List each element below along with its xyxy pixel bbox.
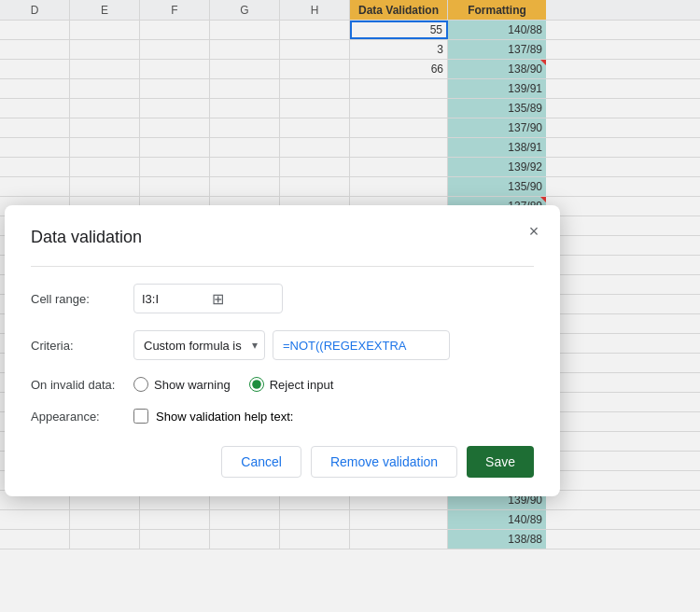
criteria-dropdown-wrapper: Custom formula is	[133, 330, 265, 360]
reject-input-radio[interactable]	[249, 377, 264, 392]
dialog-title: Data validation	[31, 228, 534, 247]
cell-range-input[interactable]: I3:I ⊞	[133, 284, 283, 313]
reject-input-option[interactable]: Reject input	[249, 377, 334, 392]
invalid-data-label: On invalid data:	[31, 378, 133, 392]
cell-range-row: Cell range: I3:I ⊞	[31, 284, 534, 313]
show-help-text-checkbox[interactable]	[133, 409, 148, 424]
formula-input[interactable]	[273, 330, 450, 360]
invalid-data-row: On invalid data: Show warning Reject inp…	[31, 377, 534, 392]
close-button[interactable]: ×	[523, 220, 545, 243]
data-validation-dialog: Data validation × Cell range: I3:I ⊞ Cri…	[5, 205, 560, 496]
cell-range-label: Cell range:	[31, 292, 133, 306]
appearance-row: Appearance: Show validation help text:	[31, 409, 534, 424]
cell-range-value: I3:I	[142, 292, 204, 306]
show-warning-option[interactable]: Show warning	[133, 377, 231, 392]
dialog-buttons: Cancel Remove validation Save	[31, 446, 534, 478]
show-help-text-label: Show validation help text:	[156, 410, 293, 424]
criteria-row: Criteria: Custom formula is	[31, 330, 534, 360]
criteria-dropdown[interactable]: Custom formula is	[133, 330, 265, 360]
reject-input-label: Reject input	[270, 378, 334, 392]
divider	[31, 266, 534, 267]
criteria-label: Criteria:	[31, 339, 133, 353]
show-warning-label: Show warning	[154, 378, 231, 392]
show-warning-radio[interactable]	[133, 377, 148, 392]
remove-validation-button[interactable]: Remove validation	[311, 446, 457, 478]
appearance-options: Show validation help text:	[133, 409, 293, 424]
criteria-inputs: Custom formula is	[133, 330, 450, 360]
cancel-button[interactable]: Cancel	[221, 446, 301, 478]
appearance-label: Appearance:	[31, 410, 133, 424]
grid-select-icon[interactable]: ⊞	[212, 290, 274, 308]
invalid-data-options: Show warning Reject input	[133, 377, 333, 392]
save-button[interactable]: Save	[467, 446, 534, 478]
